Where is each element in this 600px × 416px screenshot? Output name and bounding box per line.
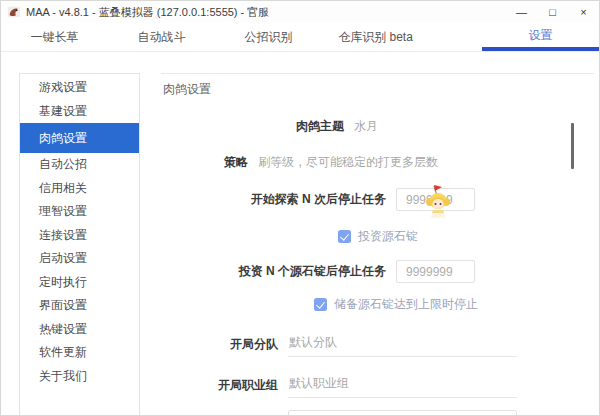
sidebar-item-game-settings[interactable]: 游戏设置 (20, 76, 139, 100)
strategy-row: 策略 刷等级，尽可能稳定的打更多层数 (161, 154, 594, 171)
settings-sidebar: 游戏设置 基建设置 肉鸽设置 自动公招 信用相关 理智设置 连接设置 启动设置 … (19, 73, 140, 416)
squad-select[interactable]: 默认分队 (288, 331, 517, 357)
core-operator-input[interactable] (288, 410, 517, 416)
explore-limit-label: 开始探索 N 次后停止任务 (161, 191, 386, 208)
role-group-label: 开局职业组 (161, 377, 278, 394)
invest-limit-row: 投资 N 个源石锭后停止任务 (161, 260, 594, 283)
tab-bar: 一键长草 自动战斗 公招识别 仓库识别 beta 设置 (1, 23, 599, 52)
tab-spacer (429, 23, 482, 51)
explore-limit-input[interactable] (396, 188, 475, 211)
tab-depot-recognition[interactable]: 仓库识别 beta (322, 23, 429, 51)
tab-farming[interactable]: 一键长草 (1, 23, 108, 51)
sidebar-item-about[interactable]: 关于我们 (20, 365, 139, 389)
theme-label: 肉鸽主题 (161, 118, 344, 135)
app-logo-icon (7, 5, 21, 19)
explore-limit-row: 开始探索 N 次后停止任务 (161, 188, 594, 211)
tab-settings[interactable]: 设置 (482, 23, 599, 51)
sidebar-item-connection[interactable]: 连接设置 (20, 224, 139, 248)
checked-checkbox-icon[interactable] (314, 298, 327, 311)
sidebar-item-startup[interactable]: 启动设置 (20, 247, 139, 271)
sidebar-item-auto-recruit[interactable]: 自动公招 (20, 153, 139, 177)
panel-heading: 肉鸽设置 (161, 74, 594, 97)
tab-copilot[interactable]: 自动战斗 (108, 23, 215, 51)
strategy-select[interactable]: 刷等级，尽可能稳定的打更多层数 (258, 154, 438, 171)
role-group-row: 开局职业组 默认职业组 (161, 372, 594, 398)
squad-row: 开局分队 默认分队 (161, 331, 594, 357)
invest-limit-input[interactable] (396, 260, 475, 283)
theme-row: 肉鸽主题 水月 (161, 118, 594, 135)
sidebar-item-credit[interactable]: 信用相关 (20, 177, 139, 201)
checked-checkbox-icon[interactable] (338, 230, 351, 243)
window-title: MAA - v4.8.1 - 蓝叠模拟器 (127.0.0.1:5555) - … (26, 5, 269, 20)
stop-when-full-checkbox-row: 储备源石锭达到上限时停止 (161, 296, 594, 313)
sidebar-item-infrast-settings[interactable]: 基建设置 (20, 100, 139, 124)
content-scrollbar-thumb[interactable] (571, 123, 574, 169)
strategy-label: 策略 (161, 154, 248, 171)
tab-recruit-recognition[interactable]: 公招识别 (215, 23, 322, 51)
minimize-button[interactable]: — (506, 1, 537, 23)
role-group-select[interactable]: 默认职业组 (288, 372, 517, 398)
sidebar-item-hotkeys[interactable]: 热键设置 (20, 318, 139, 342)
sidebar-item-software-update[interactable]: 软件更新 (20, 341, 139, 365)
theme-select[interactable]: 水月 (354, 118, 378, 135)
app-window: MAA - v4.8.1 - 蓝叠模拟器 (127.0.0.1:5555) - … (0, 0, 600, 416)
invest-checkbox-label[interactable]: 投资源石锭 (358, 228, 418, 245)
sidebar-item-scheduled[interactable]: 定时执行 (20, 271, 139, 295)
sidebar-item-roguelike-settings[interactable]: 肉鸽设置 (20, 123, 139, 153)
roguelike-settings-panel: 肉鸽设置 肉鸽主题 水月 策略 刷等级，尽可能稳定的打更多层数 开始探索 N 次… (161, 73, 594, 416)
core-operator-row: 开局干员 (单个) (161, 410, 594, 416)
sidebar-item-ui-settings[interactable]: 界面设置 (20, 294, 139, 318)
maximize-button[interactable]: □ (537, 1, 568, 23)
close-button[interactable]: × (568, 1, 599, 23)
invest-checkbox-row: 投资源石锭 (161, 228, 594, 245)
invest-limit-label: 投资 N 个源石锭后停止任务 (161, 263, 386, 280)
sidebar-item-sanity[interactable]: 理智设置 (20, 200, 139, 224)
squad-label: 开局分队 (161, 336, 278, 353)
stop-when-full-label[interactable]: 储备源石锭达到上限时停止 (334, 296, 478, 313)
title-bar: MAA - v4.8.1 - 蓝叠模拟器 (127.0.0.1:5555) - … (1, 1, 599, 23)
